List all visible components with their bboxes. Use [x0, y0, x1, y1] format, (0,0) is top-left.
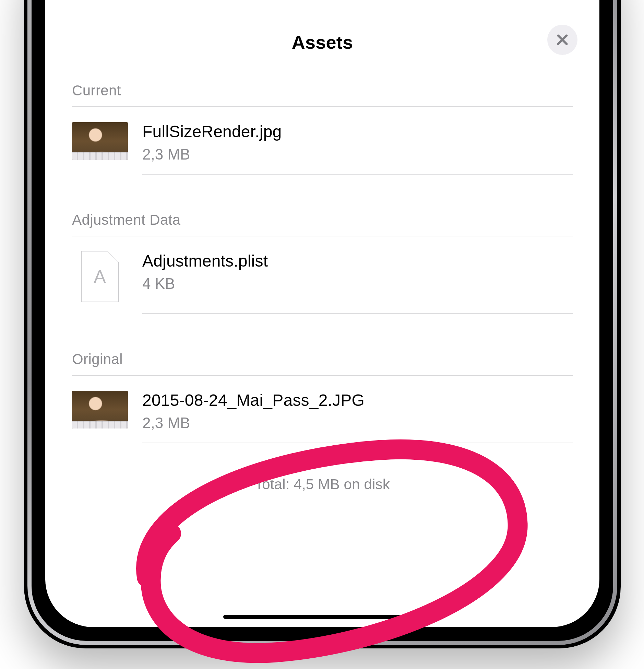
section-header-current: Current [72, 82, 573, 99]
asset-filesize: 4 KB [142, 275, 573, 292]
content: Current FullSizeRender.jpg 2,3 MB Adjust… [45, 82, 599, 534]
asset-thumbnail-wrap [72, 121, 128, 160]
asset-filename: FullSizeRender.jpg [142, 122, 573, 141]
asset-row-text: FullSizeRender.jpg 2,3 MB [128, 121, 573, 163]
asset-row[interactable]: A Adjustments.plist 4 KB [72, 236, 573, 313]
asset-filesize: 2,3 MB [142, 146, 573, 163]
asset-row-text: Adjustments.plist 4 KB [128, 251, 573, 292]
asset-row[interactable]: 2015-08-24_Mai_Pass_2.JPG 2,3 MB [72, 376, 573, 443]
close-icon [555, 33, 570, 47]
modal-header: Assets [45, 0, 599, 52]
asset-filesize: 2,3 MB [142, 414, 573, 432]
photo-thumbnail [72, 391, 128, 429]
asset-filename: Adjustments.plist [142, 251, 573, 270]
total-size-label: Total: 4,5 MB on disk [72, 443, 573, 534]
asset-row[interactable]: FullSizeRender.jpg 2,3 MB [72, 107, 573, 174]
divider [142, 313, 573, 314]
photo-thumbnail [72, 122, 128, 160]
screen: Assets Current FullSizeRender.jpg [45, 0, 599, 627]
page-title: Assets [45, 32, 599, 53]
section-header-original: Original [72, 351, 573, 367]
phone-frame-outer: Assets Current FullSizeRender.jpg [24, 0, 621, 648]
close-button[interactable] [547, 25, 577, 55]
asset-thumbnail-wrap: A [72, 251, 128, 302]
asset-filename: 2015-08-24_Mai_Pass_2.JPG [142, 391, 573, 410]
home-indicator[interactable] [223, 615, 421, 619]
phone-frame-inner: Assets Current FullSizeRender.jpg [32, 0, 613, 641]
file-icon: A [81, 251, 119, 302]
asset-row-text: 2015-08-24_Mai_Pass_2.JPG 2,3 MB [128, 390, 573, 432]
section-header-adjustment: Adjustment Data [72, 212, 573, 228]
asset-thumbnail-wrap [72, 390, 128, 429]
divider [142, 174, 573, 175]
